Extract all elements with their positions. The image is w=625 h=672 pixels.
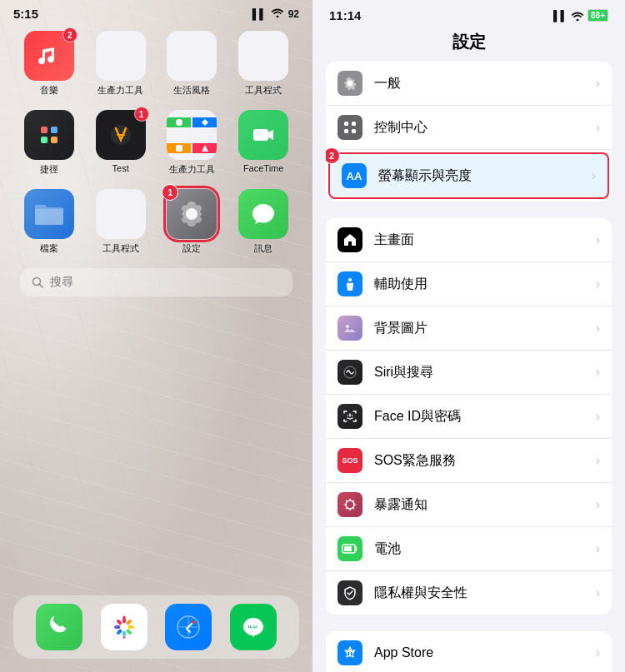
settings-item-siri[interactable]: Siri與搜尋 › (326, 351, 612, 395)
prod2-label: 生產力工具 (169, 163, 215, 176)
app-row-3: 檔案 工具程式 1 (13, 189, 299, 255)
settings-item-exposure[interactable]: 暴露通知 › (326, 483, 612, 527)
search-bar[interactable]: 搜尋 (20, 268, 292, 296)
status-icons-left: ▌▌ 92 (252, 7, 299, 20)
faceid-svg (342, 409, 358, 424)
svg-rect-38 (344, 546, 352, 551)
display-icon: AA (342, 163, 367, 188)
files-icon (24, 189, 74, 239)
app-widget1[interactable]: 生產力工具 (91, 31, 151, 97)
svg-point-25 (192, 620, 195, 624)
facetime-label: FaceTime (243, 163, 284, 173)
settings-item-sos[interactable]: SOS SOS緊急服務 › (326, 439, 612, 483)
svg-rect-28 (344, 129, 348, 133)
settings-item-wallpaper[interactable]: 背景圖片 › (326, 306, 612, 351)
dock-line[interactable] (230, 604, 277, 650)
svg-point-35 (352, 415, 353, 416)
settings-screen: 11:14 ▌▌ 88+ 設定 一般 (312, 0, 625, 672)
dock-photos[interactable] (101, 604, 148, 650)
step-badge-2: 2 (326, 147, 340, 164)
exposure-label: 暴露通知 (374, 496, 596, 514)
home-icon (338, 227, 362, 252)
app-row-2: 捷徑 1 Test (13, 110, 299, 176)
settings-list: 一般 › 控制中心 › 2 AA (312, 62, 625, 672)
settings-item-faceid[interactable]: Face ID與密碼 › (326, 395, 612, 439)
privacy-svg (342, 585, 358, 600)
gear-svg (342, 76, 358, 91)
home-screen: 5:15 ▌▌ 92 2 (0, 0, 312, 672)
siri-chevron: › (596, 365, 600, 380)
settings-item-home[interactable]: 主畫面 › (326, 218, 612, 262)
svg-point-13 (122, 617, 126, 624)
exposure-icon (338, 492, 362, 517)
app-test[interactable]: 1 Test (91, 110, 151, 176)
battery-svg (342, 543, 358, 555)
app-files[interactable]: 檔案 (19, 189, 79, 255)
faceid-chevron: › (596, 409, 600, 424)
wallpaper-label: 背景圖片 (374, 320, 596, 337)
tools2-icon (96, 189, 146, 239)
settings-item-general[interactable]: 一般 › (326, 62, 612, 106)
siri-svg (342, 365, 358, 380)
life-icon (167, 31, 217, 81)
siri-icon (338, 360, 362, 385)
signal-right: ▌▌ (553, 10, 568, 22)
app-tools[interactable]: 工具程式 (233, 31, 293, 97)
tools-label: 工具程式 (245, 84, 282, 97)
svg-marker-8 (202, 145, 208, 152)
app-tools2[interactable]: 工具程式 (91, 189, 151, 255)
time-right: 11:14 (329, 8, 361, 22)
settings-item-privacy[interactable]: 隱私權與安全性 › (326, 571, 612, 615)
privacy-chevron: › (596, 585, 600, 600)
settings-item-control[interactable]: 控制中心 › (326, 106, 612, 150)
dock-safari[interactable] (165, 604, 212, 650)
control-svg (342, 120, 358, 135)
messages-label: 訊息 (254, 242, 272, 255)
privacy-icon (338, 580, 362, 605)
app-shortcuts[interactable]: 捷徑 (19, 110, 79, 176)
faceid-label: Face ID與密碼 (374, 408, 596, 426)
home-chevron: › (596, 232, 600, 247)
app-settings[interactable]: 1 設定 (162, 189, 222, 255)
dock (13, 595, 299, 659)
svg-point-31 (346, 325, 349, 328)
battery-icon (338, 536, 362, 561)
accessibility-svg (342, 276, 358, 291)
svg-point-17 (122, 630, 126, 637)
files-label: 檔案 (40, 242, 58, 255)
time-left: 5:15 (13, 7, 38, 21)
app-messages[interactable]: 訊息 (233, 189, 293, 255)
widget1-icon (96, 31, 146, 81)
app-music[interactable]: 2 音樂 (19, 31, 79, 97)
settings-item-appstore[interactable]: App Store › (326, 631, 612, 672)
appstore-label: App Store (374, 645, 596, 660)
sos-label: SOS緊急服務 (374, 452, 596, 470)
settings-item-display[interactable]: 2 AA 螢幕顯示與亮度 › (328, 152, 609, 199)
svg-rect-0 (41, 127, 48, 133)
app-facetime[interactable]: FaceTime (233, 110, 293, 176)
facetime-icon (238, 110, 288, 160)
app-life[interactable]: 生活風格 (162, 31, 222, 97)
settings-item-battery[interactable]: 電池 › (326, 527, 612, 571)
general-label: 一般 (374, 75, 596, 92)
battery-chevron: › (596, 541, 600, 556)
status-icons-right: ▌▌ 88+ (553, 9, 608, 22)
app-prod2[interactable]: 生產力工具 (162, 110, 222, 176)
life-label: 生活風格 (173, 84, 210, 97)
svg-point-15 (128, 625, 134, 629)
svg-rect-29 (352, 129, 356, 133)
sos-icon: SOS (338, 448, 362, 473)
shortcuts-icon (24, 110, 74, 160)
settings-title: 設定 (312, 26, 625, 62)
svg-rect-3 (51, 137, 58, 143)
svg-point-19 (114, 625, 121, 629)
exposure-svg (342, 497, 358, 512)
accessibility-label: 輔助使用 (374, 276, 596, 293)
svg-point-21 (120, 623, 128, 631)
battery-left: 92 (288, 8, 299, 20)
search-icon (32, 276, 43, 288)
settings-item-accessibility[interactable]: 輔助使用 › (326, 262, 612, 306)
dock-phone[interactable] (36, 604, 82, 650)
signal-bars-left: ▌▌ (252, 8, 267, 20)
control-label: 控制中心 (374, 119, 596, 137)
